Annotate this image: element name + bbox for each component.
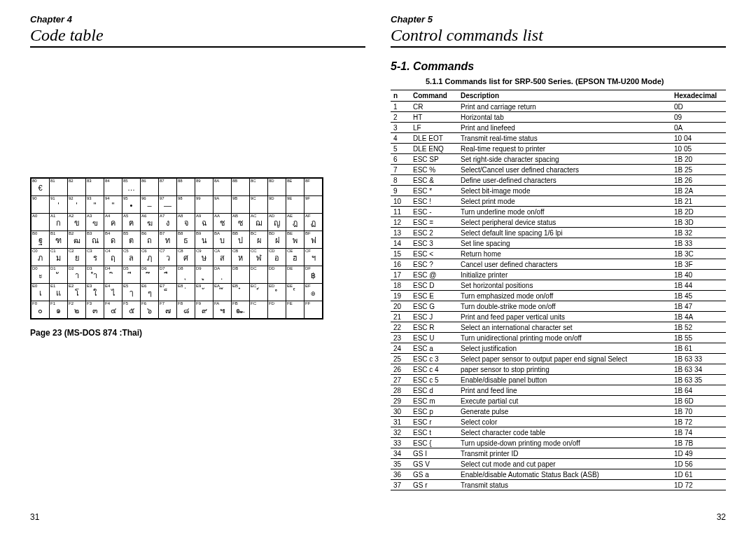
cell-hex: 0D xyxy=(671,102,726,112)
code-cell: D7 ื xyxy=(159,266,177,284)
table-row: 23ESC UTurn unidirectional printing mode… xyxy=(391,333,726,343)
code-cell: CEฮ xyxy=(286,249,304,266)
cell-cmd: ESC J xyxy=(410,312,458,322)
code-cell: F8๘ xyxy=(177,301,195,319)
cell-n: 12 xyxy=(391,217,410,228)
cell-cmd: ESC d xyxy=(410,385,458,396)
code-cell: D9 ู xyxy=(195,266,214,284)
code-cell: C6ฦ xyxy=(141,249,159,266)
cell-cmd: ESC U xyxy=(410,333,458,343)
code-cell: F4๔ xyxy=(104,301,122,319)
code-cell: D4 ิ xyxy=(104,266,122,284)
table-row: 24ESC aSelect justification1B 61 xyxy=(391,343,726,354)
code-row: E0เE1แE2โE3ใE4ไE5ๅE6ๆE7 ็E8 ่E9 ้EA ๊EB … xyxy=(31,284,323,301)
cell-cmd: ESC c 4 xyxy=(410,364,458,375)
code-cell: ED ํ xyxy=(268,284,286,301)
page-title: Code table xyxy=(30,26,365,48)
cell-hex: 0A xyxy=(671,123,726,133)
table-row: 15ESC <Return home1B 3C xyxy=(391,249,726,259)
table-row: 34GS ITransmit printer ID1D 49 xyxy=(391,448,726,459)
cell-hex: 1B 6D xyxy=(671,396,726,406)
cell-n: 22 xyxy=(391,322,410,333)
code-cell: BCผ xyxy=(250,231,268,249)
cell-n: 18 xyxy=(391,280,410,291)
table-row: 10ESC !Select print mode1B 21 xyxy=(391,196,726,207)
cell-hex: 1B 63 35 xyxy=(671,375,726,385)
cell-n: 2 xyxy=(391,112,410,123)
cell-hex: 1B 64 xyxy=(671,385,726,396)
table-row: 37GS rTransmit status1D 72 xyxy=(391,480,726,490)
code-cell: B2ฒ xyxy=(68,231,86,249)
cell-desc: Execute partial cut xyxy=(458,396,671,406)
cell-desc: Select/Cancel user defined characters xyxy=(458,165,671,175)
code-cell: ACฌ xyxy=(250,214,268,231)
code-cell: F5๕ xyxy=(122,301,141,319)
left-page: Chapter 4 Code table 80€8182838485…86878… xyxy=(18,14,378,522)
cell-desc: Set horizontal positions xyxy=(458,280,671,291)
code-cell: AEฎ xyxy=(286,214,304,231)
table-row: 29ESC mExecute partial cut1B 6D xyxy=(391,396,726,406)
two-page-spread: Chapter 4 Code table 80€8182838485…86878… xyxy=(0,0,756,536)
code-cell: DD xyxy=(268,266,286,284)
cell-desc: Select an international character set xyxy=(458,322,671,333)
code-cell: 81 xyxy=(50,179,68,196)
code-cell: 85… xyxy=(122,179,141,196)
code-table-grid: 80€8182838485…868788898A8B8C8D8E8F9091'9… xyxy=(30,177,323,319)
cell-n: 36 xyxy=(391,469,410,480)
code-cell: D8 ุ xyxy=(177,266,195,284)
commands-table: n Command Description Hexadecimal 1CRPri… xyxy=(391,90,726,490)
cell-desc: Initialize printer xyxy=(458,270,671,280)
code-cell: CAส xyxy=(214,249,232,266)
cell-desc: Real-time request to printer xyxy=(458,144,671,154)
cell-cmd: ESC ? xyxy=(410,259,458,270)
code-cell: BBป xyxy=(232,231,250,249)
cell-n: 10 xyxy=(391,196,410,207)
cell-cmd: ESC = xyxy=(410,217,458,228)
code-cell: A3ฃ xyxy=(86,214,104,231)
code-cell: FF xyxy=(304,301,323,319)
cell-cmd: GS I xyxy=(410,448,458,459)
code-cell: 92' xyxy=(68,196,86,214)
cell-n: 20 xyxy=(391,301,410,312)
code-cell: 89 xyxy=(195,179,214,196)
cell-n: 37 xyxy=(391,480,410,490)
cell-hex: 1B 3C xyxy=(671,249,726,259)
cell-desc: Set line spacing xyxy=(458,238,671,249)
cell-hex: 1B 47 xyxy=(671,301,726,312)
code-cell: 97— xyxy=(159,196,177,214)
section-heading: 5-1. Commands xyxy=(391,60,726,73)
code-cell: 8E xyxy=(286,179,304,196)
cell-hex: 1B 63 33 xyxy=(671,354,726,364)
cell-cmd: CR xyxy=(410,102,458,112)
cell-n: 8 xyxy=(391,175,410,186)
cell-cmd: ESC G xyxy=(410,301,458,312)
code-cell: EA ๊ xyxy=(214,284,232,301)
code-cell: F6๖ xyxy=(141,301,159,319)
cell-desc: Turn upside-down printing mode on/off xyxy=(458,438,671,448)
cell-n: 21 xyxy=(391,312,410,322)
cell-n: 24 xyxy=(391,343,410,354)
cell-hex: 1B 2A xyxy=(671,186,726,196)
code-cell: FB๛ xyxy=(232,301,250,319)
code-cell: D3ำ xyxy=(86,266,104,284)
cell-hex: 1B 3D xyxy=(671,217,726,228)
code-cell: DB xyxy=(232,266,250,284)
code-cell: D2า xyxy=(68,266,86,284)
cell-hex: 10 04 xyxy=(671,133,726,144)
cell-desc: Print and carriage return xyxy=(458,102,671,112)
code-cell: DA ฺ xyxy=(214,266,232,284)
col-desc: Description xyxy=(458,90,671,102)
cell-cmd: ESC % xyxy=(410,165,458,175)
cell-n: 13 xyxy=(391,228,410,238)
code-cell: E1แ xyxy=(50,284,68,301)
cell-n: 30 xyxy=(391,406,410,417)
code-cell: 94" xyxy=(104,196,122,214)
code-table-caption: Page 23 (MS-DOS 874 :Thai) xyxy=(30,328,365,338)
cell-n: 1 xyxy=(391,102,410,112)
code-cell: 8B xyxy=(232,179,250,196)
cell-hex: 1B 32 xyxy=(671,228,726,238)
code-cell: E3ใ xyxy=(86,284,104,301)
cell-desc: Turn unidirectional printing mode on/off xyxy=(458,333,671,343)
code-cell: B5ต xyxy=(122,231,141,249)
cell-hex: 1B 26 xyxy=(671,175,726,186)
